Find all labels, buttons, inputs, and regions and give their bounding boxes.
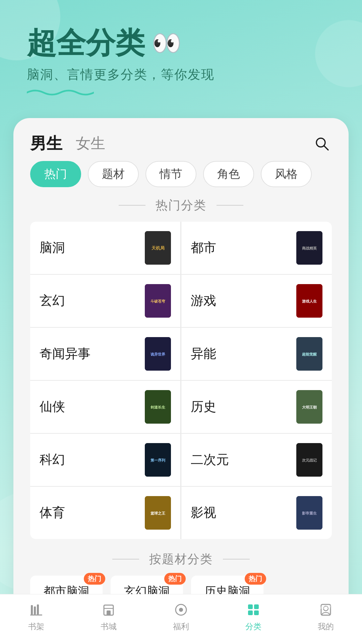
bottom-nav: 书架 书城 福利 分类 (0, 594, 362, 644)
category-lishi-thumb: 大明王朝 (296, 390, 322, 424)
category-qiwen-label: 奇闻异事 (40, 345, 90, 362)
card-tab-row: 男生 女生 (13, 118, 349, 161)
category-naodong-label: 脑洞 (40, 239, 65, 256)
welfare-icon (172, 601, 190, 619)
header-subtitle: 脑洞、言情更多分类，等你发现 (27, 66, 342, 83)
category-kehuan[interactable]: 科幻 第一序列 (30, 434, 181, 486)
category-youxi[interactable]: 游戏 游戏人生 (181, 275, 332, 327)
svg-text:剑道长生: 剑道长生 (150, 405, 165, 409)
category-erciyuan-label: 二次元 (191, 451, 229, 468)
filter-pills: 热门 题材 情节 角色 风格 (13, 161, 349, 187)
section-divider-left (119, 205, 145, 206)
filter-pill-hot[interactable]: 热门 (30, 161, 81, 187)
category-tiyu-thumb: 篮球之王 (145, 496, 171, 530)
category-qiwen[interactable]: 奇闻异事 诡异世界 (30, 328, 181, 380)
nav-bookshelf[interactable]: 书架 (27, 601, 45, 632)
svg-text:诡异世界: 诡异世界 (150, 352, 166, 356)
tab-female[interactable]: 女生 (76, 133, 105, 153)
main-card: 男生 女生 热门 题材 情节 角色 风格 热门分类 脑洞 天机局 (13, 118, 349, 644)
section-divider-right (217, 205, 243, 206)
category-dushi[interactable]: 都市 商战精英 (181, 222, 332, 274)
header-title: 超全分类 👀 (27, 27, 342, 59)
topic-divider-right (223, 559, 250, 559)
category-xuanhuan-label: 玄幻 (40, 292, 65, 309)
category-yingshi[interactable]: 影视 影帝重生 (181, 487, 332, 539)
svg-text:影帝重生: 影帝重生 (302, 511, 317, 515)
category-erciyuan[interactable]: 二次元 次元战记 (181, 434, 332, 486)
svg-rect-36 (254, 604, 259, 609)
category-kehuan-label: 科幻 (40, 451, 65, 468)
category-kehuan-thumb: 第一序列 (145, 443, 171, 477)
svg-text:超能觉醒: 超能觉醒 (302, 352, 317, 356)
category-yingshi-label: 影视 (191, 504, 216, 521)
category-naodong-thumb: 天机局 (145, 231, 171, 265)
search-button[interactable] (312, 133, 332, 154)
category-yineng-thumb: 超能觉醒 (296, 337, 322, 371)
watermark: 瑞瑞手游之家www.ruirui.com (318, 595, 359, 610)
eyes-emoji: 👀 (152, 30, 182, 56)
category-dushi-thumb: 商战精英 (296, 231, 322, 265)
filter-pill-role[interactable]: 角色 (203, 161, 254, 187)
category-icon (245, 601, 262, 619)
hot-section-header: 热门分类 (13, 197, 349, 214)
category-youxi-thumb: 游戏人生 (296, 284, 322, 318)
category-qiwen-thumb: 诡异世界 (145, 337, 171, 371)
filter-pill-style[interactable]: 风格 (261, 161, 312, 187)
hot-section-title: 热门分类 (156, 197, 206, 214)
wavy-decoration (27, 89, 94, 97)
category-yineng-label: 异能 (191, 345, 216, 362)
gender-tabs: 男生 女生 (30, 133, 105, 154)
tab-male[interactable]: 男生 (30, 133, 62, 154)
nav-welfare-label: 福利 (173, 621, 189, 632)
nav-category[interactable]: 分类 (245, 601, 262, 632)
category-tiyu-label: 体育 (40, 504, 65, 521)
svg-rect-28 (37, 604, 39, 614)
category-yingshi-thumb: 影帝重生 (296, 496, 322, 530)
nav-welfare[interactable]: 福利 (172, 601, 190, 632)
svg-text:游戏人生: 游戏人生 (302, 299, 317, 303)
nav-store-label: 书城 (101, 621, 117, 632)
topic-section-title: 按题材分类 (149, 551, 213, 568)
svg-text:斗破苍穹: 斗破苍穹 (150, 299, 165, 303)
svg-text:第一序列: 第一序列 (150, 458, 165, 462)
category-xuanhuan-thumb: 斗破苍穹 (145, 284, 171, 318)
category-lishi-label: 历史 (191, 398, 216, 415)
category-lishi[interactable]: 历史 大明王朝 (181, 381, 332, 433)
svg-rect-38 (254, 610, 259, 615)
header-section: 超全分类 👀 脑洞、言情更多分类，等你发现 (0, 0, 362, 111)
category-xianxia[interactable]: 仙侠 剑道长生 (30, 381, 181, 433)
svg-rect-32 (107, 610, 111, 615)
topic-section-header: 按题材分类 (30, 551, 332, 568)
search-icon (314, 136, 329, 151)
category-xuanhuan[interactable]: 玄幻 斗破苍穹 (30, 275, 181, 327)
hot-badge-3: 热门 (245, 573, 266, 585)
svg-line-1 (324, 146, 328, 150)
svg-rect-35 (248, 604, 253, 609)
hot-badge-2: 热门 (164, 573, 186, 585)
nav-profile-label: 我的 (318, 621, 334, 632)
category-naodong[interactable]: 脑洞 天机局 (30, 222, 181, 274)
category-youxi-label: 游戏 (191, 292, 216, 309)
category-erciyuan-thumb: 次元战记 (296, 443, 322, 477)
svg-text:次元战记: 次元战记 (302, 458, 317, 462)
category-yineng[interactable]: 异能 超能觉醒 (181, 328, 332, 380)
svg-rect-27 (34, 606, 36, 614)
svg-text:商战精英: 商战精英 (302, 246, 317, 250)
category-tiyu[interactable]: 体育 篮球之王 (30, 487, 181, 539)
store-icon (100, 601, 117, 619)
svg-text:篮球之王: 篮球之王 (150, 511, 166, 515)
nav-category-label: 分类 (245, 621, 261, 632)
svg-text:大明王朝: 大明王朝 (302, 405, 317, 409)
filter-pill-plot[interactable]: 情节 (145, 161, 196, 187)
filter-pill-theme[interactable]: 题材 (88, 161, 139, 187)
category-xianxia-label: 仙侠 (40, 398, 65, 415)
topic-divider-left (112, 559, 139, 559)
category-xianxia-thumb: 剑道长生 (145, 390, 171, 424)
svg-point-34 (179, 608, 183, 612)
category-grid: 脑洞 天机局 都市 商战精英 玄幻 斗破苍穹 (30, 222, 332, 539)
bookshelf-icon (27, 601, 45, 619)
hot-badge-1: 热门 (84, 573, 105, 585)
nav-store[interactable]: 书城 (100, 601, 117, 632)
category-dushi-label: 都市 (191, 239, 216, 256)
header-title-text: 超全分类 (27, 27, 145, 59)
